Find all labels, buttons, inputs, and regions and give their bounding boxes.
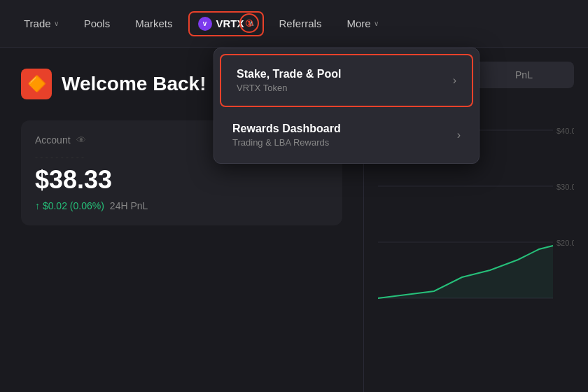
nav-referrals[interactable]: Referrals <box>270 12 332 35</box>
chevron-up-icon: ∧ <box>248 19 254 28</box>
nav-vrtx[interactable]: v VRTX ∧ <box>188 11 264 36</box>
account-label: Account <box>35 134 71 146</box>
welcome-icon: 🔶 <box>21 69 52 99</box>
svg-text:$30.00: $30.00 <box>556 183 574 191</box>
dropdown-item1-chevron-icon: › <box>453 74 456 87</box>
account-balance: $38.33 <box>35 165 328 195</box>
vrtx-dropdown: ② Stake, Trade & Pool VRTX Token › Rewar… <box>214 48 479 164</box>
svg-text:$40.00: $40.00 <box>556 127 574 135</box>
nav-markets[interactable]: Markets <box>125 12 182 35</box>
navbar: Trade ∨ Pools Markets ① v VRTX ∧ Referra… <box>0 0 588 48</box>
nav-pools[interactable]: Pools <box>74 12 120 35</box>
pnl-row: ↑ $0.02 (0.06%) 24H PnL <box>35 200 328 211</box>
dropdown-item1-wrapper: Stake, Trade & Pool VRTX Token › <box>214 48 479 107</box>
welcome-title: Welcome Back! <box>62 73 206 95</box>
nav-more[interactable]: More ∨ <box>337 12 388 35</box>
rewards-dashboard-subtitle: Trading & LBA Rewards <box>232 137 341 148</box>
tab-pnl[interactable]: PnL <box>476 64 572 86</box>
stake-trade-pool-subtitle: VRTX Token <box>237 83 341 93</box>
nav-trade[interactable]: Trade ∨ <box>14 12 69 35</box>
svg-marker-4 <box>378 246 553 298</box>
stake-trade-pool-title: Stake, Trade & Pool <box>237 68 341 80</box>
dropdown-item2-chevron-icon: › <box>457 129 461 141</box>
pnl-label: 24H PnL <box>110 200 148 211</box>
chevron-down-more-icon: ∨ <box>374 20 379 27</box>
rewards-dashboard-title: Rewards Dashboard <box>232 122 341 135</box>
vrtx-logo-icon: v <box>198 17 212 31</box>
pnl-value: ↑ $0.02 (0.06%) <box>35 200 104 211</box>
eye-icon[interactable]: 👁 <box>76 134 86 146</box>
dropdown-rewards-dashboard[interactable]: Rewards Dashboard Trading & LBA Rewards … <box>217 110 476 160</box>
svg-text:$20.00: $20.00 <box>556 239 574 247</box>
dropdown-stake-trade-pool[interactable]: Stake, Trade & Pool VRTX Token › <box>220 54 473 107</box>
chevron-down-icon: ∨ <box>54 20 59 27</box>
